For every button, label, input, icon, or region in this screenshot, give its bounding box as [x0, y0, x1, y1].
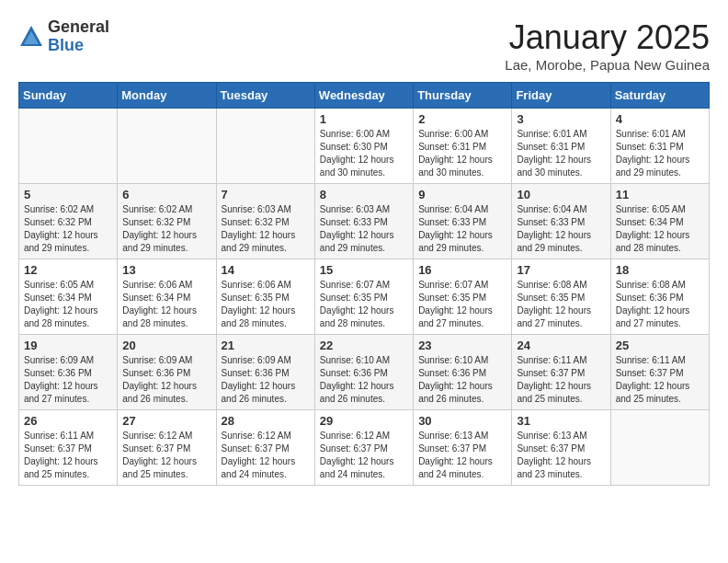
- logo: General Blue: [18, 18, 109, 55]
- day-info: Sunrise: 6:09 AMSunset: 6:36 PMDaylight:…: [24, 354, 112, 406]
- day-number: 31: [517, 414, 605, 428]
- calendar-cell: 18Sunrise: 6:08 AMSunset: 6:36 PMDayligh…: [610, 259, 709, 335]
- weekday-header: Sunday: [19, 83, 118, 109]
- day-number: 3: [517, 112, 605, 126]
- day-info: Sunrise: 6:05 AMSunset: 6:34 PMDaylight:…: [24, 279, 112, 330]
- day-info: Sunrise: 6:13 AMSunset: 6:37 PMDaylight:…: [517, 430, 605, 481]
- day-number: 10: [517, 188, 605, 201]
- day-info: Sunrise: 6:11 AMSunset: 6:37 PMDaylight:…: [616, 354, 704, 406]
- calendar-cell: 5Sunrise: 6:02 AMSunset: 6:32 PMDaylight…: [19, 184, 118, 259]
- logo-blue: Blue: [48, 37, 109, 55]
- day-number: 14: [222, 263, 310, 277]
- day-number: 11: [616, 188, 704, 201]
- day-info: Sunrise: 6:06 AMSunset: 6:34 PMDaylight:…: [122, 279, 210, 330]
- calendar-cell: [610, 410, 709, 486]
- calendar-cell: 28Sunrise: 6:12 AMSunset: 6:37 PMDayligh…: [216, 410, 314, 486]
- day-number: 15: [320, 263, 408, 277]
- day-number: 4: [616, 112, 704, 126]
- day-number: 30: [418, 414, 506, 428]
- day-info: Sunrise: 6:02 AMSunset: 6:32 PMDaylight:…: [122, 203, 210, 255]
- calendar-cell: 2Sunrise: 6:00 AMSunset: 6:31 PMDaylight…: [414, 109, 512, 184]
- logo-icon: [18, 24, 44, 50]
- calendar-week-row: 19Sunrise: 6:09 AMSunset: 6:36 PMDayligh…: [19, 335, 710, 410]
- day-number: 22: [320, 339, 408, 352]
- day-number: 12: [24, 263, 112, 277]
- calendar-cell: 9Sunrise: 6:04 AMSunset: 6:33 PMDaylight…: [414, 184, 512, 259]
- calendar-week-row: 26Sunrise: 6:11 AMSunset: 6:37 PMDayligh…: [19, 410, 710, 486]
- calendar-cell: 31Sunrise: 6:13 AMSunset: 6:37 PMDayligh…: [512, 410, 610, 486]
- weekday-header-row: SundayMondayTuesdayWednesdayThursdayFrid…: [19, 83, 710, 109]
- day-info: Sunrise: 6:04 AMSunset: 6:33 PMDaylight:…: [418, 203, 506, 255]
- day-info: Sunrise: 6:00 AMSunset: 6:30 PMDaylight:…: [320, 128, 408, 179]
- day-info: Sunrise: 6:01 AMSunset: 6:31 PMDaylight:…: [616, 128, 704, 179]
- calendar-cell: 6Sunrise: 6:02 AMSunset: 6:32 PMDaylight…: [118, 184, 216, 259]
- logo-text: General Blue: [48, 18, 109, 55]
- calendar-week-row: 1Sunrise: 6:00 AMSunset: 6:30 PMDaylight…: [19, 109, 710, 184]
- calendar-cell: 23Sunrise: 6:10 AMSunset: 6:36 PMDayligh…: [414, 335, 512, 410]
- weekday-header: Friday: [512, 83, 610, 109]
- day-number: 21: [222, 339, 310, 352]
- day-number: 18: [616, 263, 704, 277]
- title-block: January 2025 Lae, Morobe, Papua New Guin…: [505, 18, 710, 73]
- calendar-cell: 17Sunrise: 6:08 AMSunset: 6:35 PMDayligh…: [512, 259, 610, 335]
- day-number: 13: [122, 263, 210, 277]
- calendar-cell: 1Sunrise: 6:00 AMSunset: 6:30 PMDaylight…: [314, 109, 413, 184]
- day-number: 16: [418, 263, 506, 277]
- day-info: Sunrise: 6:09 AMSunset: 6:36 PMDaylight:…: [222, 354, 310, 406]
- calendar-cell: [19, 109, 118, 184]
- day-info: Sunrise: 6:12 AMSunset: 6:37 PMDaylight:…: [320, 430, 408, 481]
- calendar-cell: 13Sunrise: 6:06 AMSunset: 6:34 PMDayligh…: [118, 259, 216, 335]
- day-info: Sunrise: 6:11 AMSunset: 6:37 PMDaylight:…: [517, 354, 605, 406]
- calendar-cell: 16Sunrise: 6:07 AMSunset: 6:35 PMDayligh…: [414, 259, 512, 335]
- day-info: Sunrise: 6:07 AMSunset: 6:35 PMDaylight:…: [320, 279, 408, 330]
- calendar-cell: 20Sunrise: 6:09 AMSunset: 6:36 PMDayligh…: [118, 335, 216, 410]
- day-number: 20: [122, 339, 210, 352]
- calendar-cell: 10Sunrise: 6:04 AMSunset: 6:33 PMDayligh…: [512, 184, 610, 259]
- calendar-cell: 29Sunrise: 6:12 AMSunset: 6:37 PMDayligh…: [314, 410, 413, 486]
- calendar-cell: 7Sunrise: 6:03 AMSunset: 6:32 PMDaylight…: [216, 184, 314, 259]
- day-number: 5: [24, 188, 112, 201]
- calendar-cell: [216, 109, 314, 184]
- day-info: Sunrise: 6:12 AMSunset: 6:37 PMDaylight:…: [222, 430, 310, 481]
- day-number: 23: [418, 339, 506, 352]
- calendar-cell: 30Sunrise: 6:13 AMSunset: 6:37 PMDayligh…: [414, 410, 512, 486]
- calendar-cell: 25Sunrise: 6:11 AMSunset: 6:37 PMDayligh…: [610, 335, 709, 410]
- day-info: Sunrise: 6:04 AMSunset: 6:33 PMDaylight:…: [517, 203, 605, 255]
- logo-general: General: [48, 18, 109, 37]
- day-info: Sunrise: 6:03 AMSunset: 6:32 PMDaylight:…: [222, 203, 310, 255]
- month-title: January 2025: [505, 18, 710, 57]
- day-number: 6: [122, 188, 210, 201]
- calendar-cell: 4Sunrise: 6:01 AMSunset: 6:31 PMDaylight…: [610, 109, 709, 184]
- page-header: General Blue January 2025 Lae, Morobe, P…: [18, 18, 710, 73]
- day-number: 8: [320, 188, 408, 201]
- calendar-cell: [118, 109, 216, 184]
- day-number: 7: [222, 188, 310, 201]
- day-info: Sunrise: 6:01 AMSunset: 6:31 PMDaylight:…: [517, 128, 605, 179]
- calendar-cell: 8Sunrise: 6:03 AMSunset: 6:33 PMDaylight…: [314, 184, 413, 259]
- day-number: 17: [517, 263, 605, 277]
- calendar-cell: 11Sunrise: 6:05 AMSunset: 6:34 PMDayligh…: [610, 184, 709, 259]
- day-info: Sunrise: 6:09 AMSunset: 6:36 PMDaylight:…: [122, 354, 210, 406]
- day-number: 9: [418, 188, 506, 201]
- day-number: 27: [122, 414, 210, 428]
- weekday-header: Wednesday: [314, 83, 413, 109]
- day-number: 2: [418, 112, 506, 126]
- calendar-cell: 14Sunrise: 6:06 AMSunset: 6:35 PMDayligh…: [216, 259, 314, 335]
- day-info: Sunrise: 6:12 AMSunset: 6:37 PMDaylight:…: [122, 430, 210, 481]
- day-number: 29: [320, 414, 408, 428]
- calendar-cell: 21Sunrise: 6:09 AMSunset: 6:36 PMDayligh…: [216, 335, 314, 410]
- day-info: Sunrise: 6:06 AMSunset: 6:35 PMDaylight:…: [222, 279, 310, 330]
- day-number: 19: [24, 339, 112, 352]
- weekday-header: Saturday: [610, 83, 709, 109]
- day-info: Sunrise: 6:13 AMSunset: 6:37 PMDaylight:…: [418, 430, 506, 481]
- day-number: 1: [320, 112, 408, 126]
- calendar-cell: 12Sunrise: 6:05 AMSunset: 6:34 PMDayligh…: [19, 259, 118, 335]
- calendar-cell: 3Sunrise: 6:01 AMSunset: 6:31 PMDaylight…: [512, 109, 610, 184]
- day-info: Sunrise: 6:10 AMSunset: 6:36 PMDaylight:…: [320, 354, 408, 406]
- calendar-week-row: 5Sunrise: 6:02 AMSunset: 6:32 PMDaylight…: [19, 184, 710, 259]
- day-info: Sunrise: 6:00 AMSunset: 6:31 PMDaylight:…: [418, 128, 506, 179]
- calendar-cell: 26Sunrise: 6:11 AMSunset: 6:37 PMDayligh…: [19, 410, 118, 486]
- calendar-week-row: 12Sunrise: 6:05 AMSunset: 6:34 PMDayligh…: [19, 259, 710, 335]
- day-number: 28: [222, 414, 310, 428]
- weekday-header: Thursday: [414, 83, 512, 109]
